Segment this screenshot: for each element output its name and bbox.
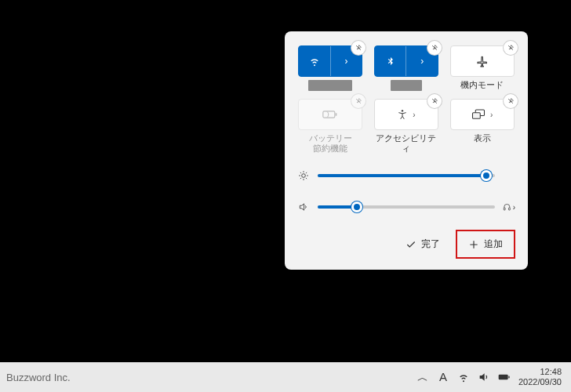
volume-icon (478, 371, 490, 383)
panel-footer: 完了 追加 (297, 230, 515, 259)
taskbar-brand: Buzzword Inc. (6, 372, 71, 383)
bluetooth-toggle[interactable] (375, 46, 406, 76)
project-button[interactable]: › (450, 99, 515, 130)
airplane-icon (476, 55, 489, 67)
done-label: 完了 (421, 238, 440, 251)
svg-rect-4 (472, 113, 480, 119)
svg-rect-14 (504, 208, 505, 210)
svg-line-12 (300, 178, 301, 179)
tile-bluetooth: › (373, 45, 440, 91)
unpin-airplane[interactable] (504, 41, 518, 55)
tile-battery-saver: バッテリー 節約機能 (297, 99, 364, 153)
battery-saver-icon (322, 109, 338, 120)
battery-saver-label: バッテリー 節約機能 (309, 133, 352, 153)
clock-time: 12:48 (518, 367, 562, 377)
headphones-icon (503, 201, 511, 212)
svg-rect-0 (323, 111, 335, 118)
wifi-icon (457, 371, 470, 383)
tile-project: › 表示 (449, 99, 515, 153)
wifi-button[interactable]: › (298, 45, 362, 77)
bluetooth-button[interactable]: › (374, 45, 438, 77)
svg-line-13 (306, 172, 307, 173)
accessibility-button[interactable]: › (374, 99, 438, 130)
project-icon (471, 109, 486, 120)
svg-point-2 (402, 110, 403, 111)
quick-settings-panel: › › (285, 31, 528, 270)
project-label: 表示 (474, 133, 491, 144)
unpin-icon (507, 97, 515, 105)
bluetooth-label (391, 80, 422, 91)
chevron-right-icon: › (513, 203, 515, 212)
chevron-right-icon: › (490, 111, 493, 119)
chevron-right-icon: › (420, 56, 424, 67)
battery-saver-button[interactable] (298, 99, 362, 130)
unpin-wifi[interactable] (351, 41, 366, 55)
add-button[interactable]: 追加 (456, 230, 515, 259)
unpin-icon (507, 44, 515, 52)
accessibility-icon (397, 109, 408, 120)
volume-row: › (297, 201, 515, 212)
airplane-button[interactable] (450, 45, 515, 77)
svg-rect-17 (508, 376, 509, 379)
unpin-icon (431, 44, 438, 52)
chevron-right-icon: › (345, 56, 348, 67)
battery-icon (498, 371, 511, 383)
tray-clock[interactable]: 12:48 2022/09/30 (518, 367, 565, 387)
sliders: › (297, 170, 515, 212)
unpin-icon (355, 44, 362, 52)
volume-icon (297, 201, 310, 212)
svg-rect-1 (336, 113, 337, 115)
tray-battery[interactable] (498, 371, 511, 383)
unpin-battery-saver[interactable] (351, 94, 366, 108)
svg-point-5 (302, 174, 306, 178)
brightness-slider[interactable] (318, 174, 495, 177)
taskbar: Buzzword Inc. ︿ A 12:48 2022/09/30 (0, 362, 571, 392)
airplane-label: 機内モード (460, 80, 504, 91)
unpin-accessibility[interactable] (427, 94, 442, 108)
system-tray: ︿ A 12:48 2022/09/30 (416, 367, 565, 387)
tile-airplane: 機内モード (449, 45, 515, 91)
audio-output-button[interactable]: › (503, 201, 515, 212)
wifi-icon (308, 55, 321, 67)
tray-volume[interactable] (478, 371, 490, 383)
accessibility-label: アクセシビリティ (373, 133, 440, 153)
tile-wifi: › (297, 45, 364, 91)
unpin-icon (355, 97, 362, 105)
brightness-row (297, 170, 515, 181)
quick-settings-grid: › › (297, 45, 515, 153)
clock-date: 2022/09/30 (518, 377, 562, 387)
volume-slider[interactable] (318, 205, 495, 209)
done-button[interactable]: 完了 (396, 231, 449, 257)
add-label: 追加 (484, 238, 503, 251)
unpin-icon (431, 97, 438, 105)
tray-overflow[interactable]: ︿ (416, 371, 429, 383)
svg-rect-16 (499, 375, 508, 380)
plus-icon (468, 239, 479, 250)
ime-indicator[interactable]: A (437, 371, 449, 383)
wifi-label (308, 80, 352, 91)
unpin-bluetooth[interactable] (427, 41, 442, 55)
chevron-right-icon: › (413, 111, 415, 119)
bluetooth-icon (386, 55, 395, 67)
brightness-icon (297, 170, 310, 181)
tray-wifi[interactable] (457, 371, 470, 383)
wifi-toggle[interactable] (299, 46, 330, 76)
tile-accessibility: › アクセシビリティ (373, 99, 440, 153)
unpin-project[interactable] (504, 94, 518, 108)
svg-line-11 (306, 178, 307, 179)
svg-line-10 (300, 172, 301, 173)
check-icon (406, 239, 416, 250)
svg-rect-15 (509, 208, 511, 210)
